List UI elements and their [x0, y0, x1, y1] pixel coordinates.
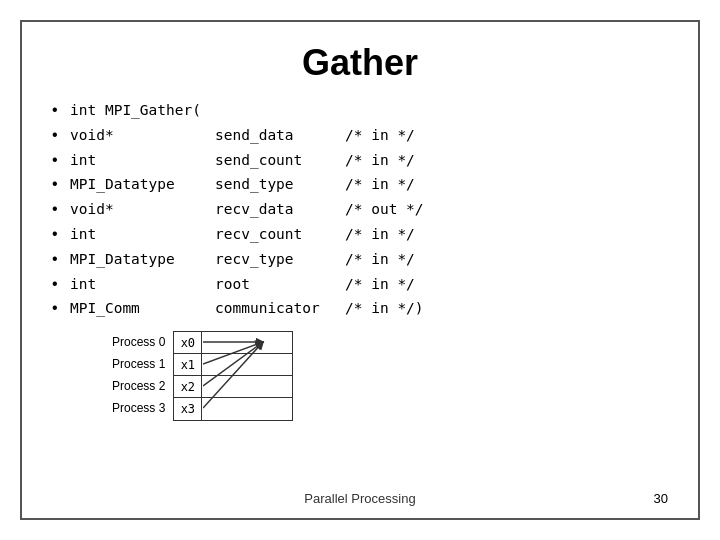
bullet-dot: •: [52, 272, 70, 297]
bullet-dot: •: [52, 222, 70, 247]
process-labels: Process 0 Process 1 Process 2 Process 3: [112, 331, 165, 419]
slide-title: Gather: [52, 42, 668, 84]
code-col3: /* in */: [345, 248, 415, 270]
process-label-2: Process 2: [112, 375, 165, 397]
code-col3: /* in */): [345, 297, 424, 319]
cell-data-1: [202, 354, 292, 375]
list-item: • int send_count /* in */: [52, 148, 668, 173]
code-col2: send_type: [215, 173, 345, 195]
process-label-1: Process 1: [112, 353, 165, 375]
cell-label-x0: x0: [174, 332, 202, 353]
slide: Gather • int MPI_Gather( • void* send_da…: [20, 20, 700, 520]
bullet-dot: •: [52, 247, 70, 272]
code-col3: /* out */: [345, 198, 424, 220]
code-col1: int: [70, 273, 215, 295]
code-col3: /* in */: [345, 149, 415, 171]
cell-data-3: [202, 398, 292, 420]
process-label-0: Process 0: [112, 331, 165, 353]
code-col1: int MPI_Gather(: [70, 99, 215, 121]
list-item: • MPI_Datatype send_type /* in */: [52, 172, 668, 197]
code-col2: recv_data: [215, 198, 345, 220]
bullet-dot: •: [52, 123, 70, 148]
code-col3: /* in */: [345, 124, 415, 146]
code-col2: communicator: [215, 297, 345, 319]
cell-label-x2: x2: [174, 376, 202, 397]
bullet-dot: •: [52, 98, 70, 123]
list-item: • int recv_count /* in */: [52, 222, 668, 247]
table-row: x3: [174, 398, 292, 420]
code-col3: /* in */: [345, 223, 415, 245]
list-item: • MPI_Comm communicator /* in */): [52, 296, 668, 321]
code-col1: MPI_Comm: [70, 297, 215, 319]
code-col2: send_data: [215, 124, 345, 146]
cell-data-0: [202, 332, 292, 353]
code-col3: /* in */: [345, 273, 415, 295]
cell-data-2: [202, 376, 292, 397]
code-col2: send_count: [215, 149, 345, 171]
bullet-dot: •: [52, 172, 70, 197]
bullet-dot: •: [52, 197, 70, 222]
list-item: • int root /* in */: [52, 272, 668, 297]
code-col1: MPI_Datatype: [70, 248, 215, 270]
diagram: Process 0 Process 1 Process 2 Process 3 …: [112, 331, 668, 421]
diagram-visual: x0 x1 x2 x3: [173, 331, 293, 421]
table-row: x0: [174, 332, 292, 354]
cell-label-x1: x1: [174, 354, 202, 375]
list-item: • void* recv_data /* out */: [52, 197, 668, 222]
list-item: • int MPI_Gather(: [52, 98, 668, 123]
bullet-dot: •: [52, 296, 70, 321]
footer-center-text: Parallel Processing: [304, 491, 415, 506]
code-col3: /* in */: [345, 173, 415, 195]
table-row: x1: [174, 354, 292, 376]
footer: Parallel Processing: [22, 491, 698, 506]
table-row: x2: [174, 376, 292, 398]
code-col2: recv_type: [215, 248, 345, 270]
code-col2: [215, 99, 345, 121]
bullet-dot: •: [52, 148, 70, 173]
data-table: x0 x1 x2 x3: [173, 331, 293, 421]
code-col1: MPI_Datatype: [70, 173, 215, 195]
cell-label-x3: x3: [174, 398, 202, 420]
footer-page-number: 30: [654, 491, 668, 506]
process-label-3: Process 3: [112, 397, 165, 419]
code-col2: recv_count: [215, 223, 345, 245]
code-list: • int MPI_Gather( • void* send_data /* i…: [52, 98, 668, 321]
code-col1: void*: [70, 198, 215, 220]
list-item: • void* send_data /* in */: [52, 123, 668, 148]
code-col1: int: [70, 149, 215, 171]
code-col1: void*: [70, 124, 215, 146]
code-col2: root: [215, 273, 345, 295]
list-item: • MPI_Datatype recv_type /* in */: [52, 247, 668, 272]
code-col1: int: [70, 223, 215, 245]
